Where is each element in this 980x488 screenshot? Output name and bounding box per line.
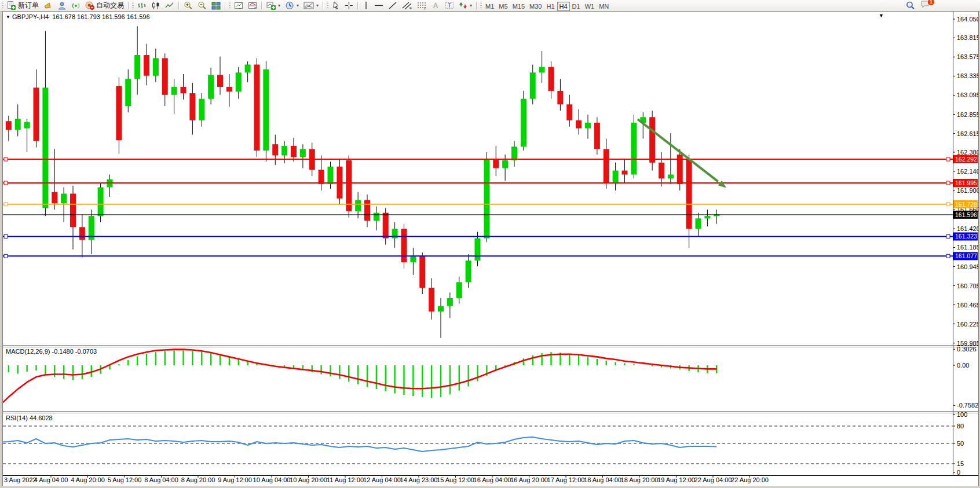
svg-text:E: E [409, 6, 412, 10]
tile-windows-button[interactable] [209, 1, 223, 10]
bear-candle [548, 67, 554, 91]
signals-button[interactable] [69, 1, 83, 10]
line-handle[interactable] [946, 157, 950, 161]
timeframe-m15[interactable]: M15 [510, 2, 527, 11]
line-handle[interactable] [946, 234, 950, 238]
hline-tool-button[interactable] [372, 1, 386, 10]
time-axis-label: 19 Aug 12:00 [657, 476, 695, 483]
bull-candle [98, 188, 104, 217]
time-axis-label: 22 Aug 04:00 [694, 476, 732, 483]
indicator-subwindow-icon [248, 1, 257, 10]
clock-icon [285, 1, 294, 10]
price-axis-label: 163.095 [957, 91, 978, 98]
vline-tool-button[interactable] [360, 1, 372, 10]
arrows-tool-button[interactable]: ▾ [456, 1, 474, 10]
line-handle[interactable] [4, 181, 8, 185]
indicator-window-button[interactable] [232, 1, 246, 10]
search-icon[interactable] [906, 1, 915, 10]
line-handle[interactable] [4, 203, 8, 206]
channel-tool-button[interactable]: E [400, 1, 415, 10]
line-handle[interactable] [4, 254, 8, 258]
equidistant-channel-icon: E [402, 1, 412, 10]
template-button[interactable]: ▾ [301, 1, 321, 10]
macd-axis-label: 0.3026 [957, 346, 977, 353]
timeframe-h1[interactable]: H1 [544, 2, 557, 11]
timeframe-d1[interactable]: D1 [570, 2, 583, 11]
toolbar-grip[interactable] [132, 2, 134, 9]
bull-candle [410, 256, 416, 262]
line-handle[interactable] [4, 234, 8, 238]
candlestick-icon [151, 1, 160, 10]
bar-chart-button[interactable] [135, 1, 149, 10]
toolbar-separator [357, 2, 359, 10]
timeframe-mn[interactable]: MN [597, 2, 611, 11]
period-button[interactable]: ▾ [283, 1, 301, 10]
svg-text:A: A [433, 2, 438, 10]
price-axis-label: 162.855 [957, 111, 978, 118]
price-axis-label: 160.705 [957, 282, 978, 289]
timeframe-m30[interactable]: M30 [527, 2, 544, 11]
indicator-subwindow-button[interactable] [246, 1, 259, 10]
candlestick-chart-button[interactable] [149, 1, 163, 10]
time-axis-label: 18 Aug 20:00 [621, 476, 659, 483]
crosshair-tool-button[interactable] [342, 1, 356, 10]
price-axis-label: 162.380 [957, 149, 978, 156]
zoom-out-icon [198, 1, 207, 10]
bull-candle [484, 159, 489, 239]
text-label-tool-button[interactable]: T [443, 1, 456, 10]
chart-canvas[interactable]: 164.050163.815163.575163.335163.095162.8… [3, 12, 978, 486]
time-axis-label: 18 Aug 04:00 [584, 476, 621, 483]
timeframe-h4[interactable]: H4 [557, 2, 570, 11]
zoom-out-button[interactable] [195, 1, 209, 10]
timeframe-w1[interactable]: W1 [583, 2, 597, 11]
time-axis-label: 14 Aug 23:00 [400, 476, 438, 483]
line-chart-icon [165, 1, 174, 10]
new-order-button[interactable]: 新订单 [5, 1, 41, 10]
price-axis-label: 160.225 [957, 321, 978, 328]
autotrading-label: 自动交易 [96, 1, 124, 10]
time-axis-label: 12 Aug 04:00 [363, 476, 401, 483]
bull-candle [24, 122, 30, 129]
toolbar-grip[interactable] [327, 2, 328, 9]
timeframe-m1[interactable]: M1 [483, 2, 496, 11]
line-handle[interactable] [4, 157, 8, 161]
add-indicator-button[interactable]: ▾ [264, 1, 283, 10]
bull-candle [466, 260, 471, 282]
line-chart-button[interactable] [163, 1, 177, 10]
toolbar-grip[interactable] [2, 2, 3, 9]
price-line-badge-label: 162.292 [955, 156, 977, 163]
fibonacci-tool-button[interactable]: F [415, 1, 430, 10]
toolbar-grip[interactable] [229, 2, 231, 9]
toolbar-separator [128, 2, 129, 10]
market-watch-button[interactable] [41, 1, 55, 10]
bull-candle [61, 194, 67, 204]
bull-candle [704, 216, 710, 218]
line-handle[interactable] [946, 181, 950, 185]
line-handle[interactable] [946, 254, 950, 258]
bull-candle [585, 123, 591, 129]
add-indicator-icon [266, 1, 276, 10]
bull-candle [300, 149, 306, 157]
time-axis-label: 8 Aug 04:00 [144, 476, 178, 483]
chevron-down-icon: ▾ [278, 3, 280, 8]
autotrading-button[interactable]: 自动交易 [83, 1, 126, 10]
svg-text:T: T [448, 2, 451, 9]
price-line-badge-label: 161.323 [955, 233, 977, 240]
toolbar-grip[interactable] [480, 2, 482, 9]
notifications-button[interactable]: 1 [920, 0, 930, 11]
bear-candle [291, 146, 297, 157]
time-axis-label: 15 Aug 12:00 [437, 476, 474, 483]
bear-candle [401, 229, 407, 262]
zoom-in-button[interactable] [181, 1, 195, 10]
text-tool-button[interactable]: A [430, 1, 443, 10]
community-button[interactable] [55, 1, 69, 10]
cursor-tool-button[interactable] [330, 1, 342, 10]
price-line-badge-label: 161.728 [955, 201, 977, 208]
time-axis-label: 3 Aug 2022 [4, 476, 36, 483]
timeframe-m5[interactable]: M5 [496, 2, 510, 11]
trendline-tool-button[interactable] [386, 1, 400, 10]
bull-candle [328, 167, 334, 184]
line-handle[interactable] [946, 203, 950, 206]
fibonacci-icon: F [417, 1, 427, 10]
new-order-label: 新订单 [18, 1, 39, 10]
